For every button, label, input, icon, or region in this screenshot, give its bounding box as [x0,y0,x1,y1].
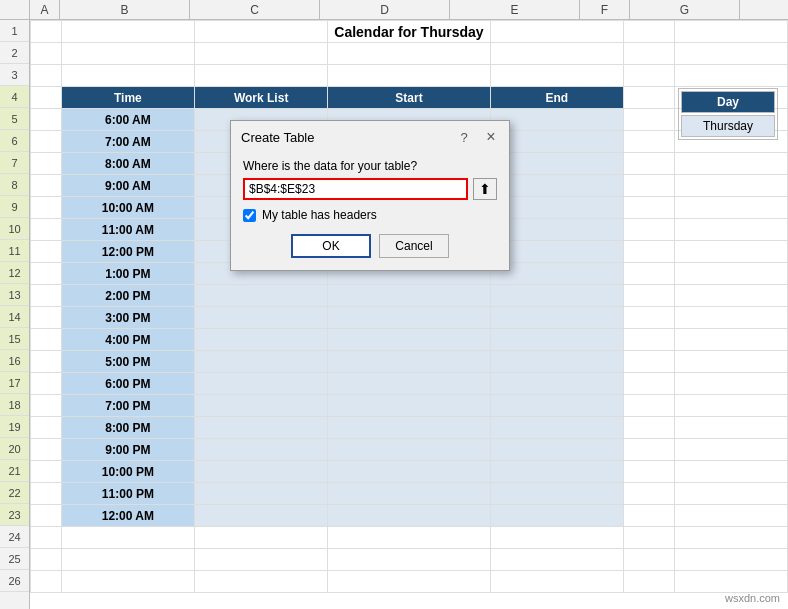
cell-c1 [195,21,328,43]
table-row: 8:00 PM [31,417,788,439]
row-num-16: 16 [0,350,29,372]
row-num-7: 7 [0,152,29,174]
row-num-13: 13 [0,284,29,306]
col-header-g: G [630,0,740,19]
row-num-4: 4 [0,86,29,108]
row-num-21: 21 [0,460,29,482]
row-num-17: 17 [0,372,29,394]
watermark: wsxdn.com [725,592,780,604]
day-header: Day [681,91,775,113]
row-num-9: 9 [0,196,29,218]
row-num-25: 25 [0,548,29,570]
row-num-12: 12 [0,262,29,284]
row-num-5: 5 [0,108,29,130]
row-num-24: 24 [0,526,29,548]
table-row: Thursday [681,115,775,137]
dialog-close-button[interactable]: × [481,127,501,147]
table-row: Calendar for Thursday [31,21,788,43]
dialog-checkbox-row: My table has headers [243,208,497,222]
dialog-buttons: OK Cancel [243,234,497,258]
create-table-dialog: Create Table ? × Where is the data for y… [230,120,510,271]
table-row: 6:00 PM [31,373,788,395]
dialog-ok-button[interactable]: OK [291,234,371,258]
cell-e1 [490,21,623,43]
row-num-11: 11 [0,240,29,262]
col-header-e: E [450,0,580,19]
col-header-rownum [0,0,30,19]
col-header-d: D [320,0,450,19]
row-num-10: 10 [0,218,29,240]
header-time: Time [61,87,194,109]
row-numbers: 1 2 3 4 5 6 7 8 9 10 11 12 13 14 15 16 1… [0,20,30,609]
table-row: Day [681,91,775,113]
header-start: Start [328,87,490,109]
table-row [31,43,788,65]
row-num-22: 22 [0,482,29,504]
column-headers: A B C D E F G [0,0,788,20]
grid-area: 1 2 3 4 5 6 7 8 9 10 11 12 13 14 15 16 1… [0,20,788,609]
row-num-14: 14 [0,306,29,328]
dialog-checkbox-label: My table has headers [262,208,377,222]
cell-a1 [31,21,62,43]
table-row: 7:00 PM [31,395,788,417]
col-header-b: B [60,0,190,19]
table-row [31,65,788,87]
table-row [31,571,788,593]
row-num-18: 18 [0,394,29,416]
cell-b1 [61,21,194,43]
day-sidebar-table: Day Thursday [678,88,778,140]
grid-main: Calendar for Thursday [30,20,788,609]
table-row: 9:00 PM [31,439,788,461]
header-end: End [490,87,623,109]
table-row: 4:00 PM [31,329,788,351]
row-num-23: 23 [0,504,29,526]
dialog-body: Where is the data for your table? ⬆ My t… [231,151,509,270]
spreadsheet: A B C D E F G 1 2 3 4 5 6 7 8 9 10 11 12… [0,0,788,609]
dialog-titlebar-icons: ? × [455,127,501,147]
table-row [31,549,788,571]
col-header-c: C [190,0,320,19]
dialog-input-row: ⬆ [243,178,497,200]
dialog-where-label: Where is the data for your table? [243,159,497,173]
row-num-8: 8 [0,174,29,196]
cell-f1 [623,21,674,43]
dialog-title: Create Table [241,130,314,145]
dialog-titlebar: Create Table ? × [231,121,509,151]
day-value: Thursday [681,115,775,137]
table-row: 12:00 AM [31,505,788,527]
col-header-a: A [30,0,60,19]
row-num-2: 2 [0,42,29,64]
row-num-19: 19 [0,416,29,438]
dialog-cancel-button[interactable]: Cancel [379,234,449,258]
row-num-20: 20 [0,438,29,460]
table-row: 3:00 PM [31,307,788,329]
dialog-range-input[interactable] [243,178,468,200]
table-row: 11:00 PM [31,483,788,505]
row-num-3: 3 [0,64,29,86]
row-num-15: 15 [0,328,29,350]
row-num-26: 26 [0,570,29,592]
table-row [31,527,788,549]
table-row: 10:00 PM [31,461,788,483]
dialog-headers-checkbox[interactable] [243,209,256,222]
row-num-6: 6 [0,130,29,152]
header-worklist: Work List [195,87,328,109]
cell-g1 [675,21,788,43]
row-num-1: 1 [0,20,29,42]
dialog-expand-button[interactable]: ⬆ [473,178,497,200]
dialog-help-button[interactable]: ? [455,128,473,146]
table-row: 2:00 PM [31,285,788,307]
title-cell: Calendar for Thursday [328,21,490,43]
table-row-header: Time Work List Start End [31,87,788,109]
sheet-table: Calendar for Thursday [30,20,788,593]
col-header-f: F [580,0,630,19]
table-row: 5:00 PM [31,351,788,373]
